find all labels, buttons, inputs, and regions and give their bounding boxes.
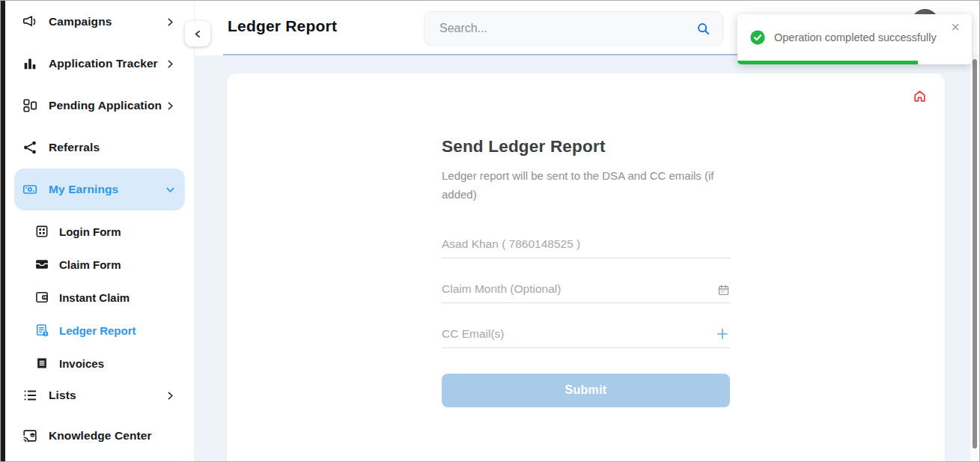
share-icon [22, 139, 38, 156]
claim-month-field [442, 282, 730, 303]
home-icon[interactable] [913, 89, 927, 106]
sidebar-item-lists[interactable]: Lists [14, 380, 185, 411]
cc-emails-input[interactable] [442, 327, 730, 341]
toast-message: Operation completed successfully [774, 31, 937, 43]
sidebar-item-label: Instant Claim [59, 291, 130, 304]
grid-icon [34, 224, 49, 239]
app-window: Campaigns Application Tracker Pending Ap… [0, 0, 980, 462]
send-ledger-report-card: Send Ledger Report Ledger report will be… [227, 73, 945, 462]
bar-chart-icon [22, 55, 38, 72]
chevron-right-icon [165, 16, 176, 28]
sidebar-item-label: Knowledge Center [49, 429, 176, 443]
document-alert-icon [34, 323, 49, 338]
cast-education-icon [22, 428, 38, 444]
claim-month-input[interactable] [442, 282, 730, 296]
sidebar-item-knowledge-center[interactable]: Knowledge Center [14, 416, 185, 456]
main-area: Ledger Report Operation completed succes… [194, 1, 979, 461]
sidebar-item-my-earnings[interactable]: My Earnings [14, 168, 185, 210]
sidebar-item-claim-form[interactable]: Claim Form [14, 248, 185, 281]
check-circle-icon [749, 29, 766, 46]
sidebar-item-label: Pending Application [49, 99, 165, 112]
sidebar-item-label: Invoices [59, 357, 104, 370]
toast-progress-bar [737, 61, 918, 64]
sidebar-item-label: Ledger Report [59, 324, 136, 337]
scrollbar-track[interactable] [970, 56, 979, 461]
inbox-icon [34, 257, 49, 272]
sidebar-item-label: Referrals [49, 141, 176, 154]
search-input[interactable] [424, 22, 696, 35]
chevron-right-icon [165, 58, 176, 70]
megaphone-icon [22, 13, 38, 30]
sidebar-item-label: My Earnings [49, 183, 165, 196]
form-subtitle: Ledger report will be sent to the DSA an… [442, 167, 730, 204]
chevron-down-icon [165, 184, 176, 195]
chevron-right-icon [165, 390, 176, 401]
sidebar-item-referrals[interactable]: Referrals [14, 127, 185, 168]
my-earnings-submenu: Login Form Claim Form Instant Claim Ledg… [5, 215, 194, 380]
chevron-right-icon [165, 100, 176, 112]
sidebar-item-invoices[interactable]: Invoices [14, 347, 185, 380]
sidebar-collapse-button[interactable] [185, 21, 210, 46]
sidebar-item-ledger-report[interactable]: Ledger Report [14, 314, 185, 347]
dsa-field [442, 237, 730, 258]
submit-button[interactable]: Submit [442, 374, 730, 407]
form-title: Send Ledger Report [442, 137, 730, 156]
receipt-icon [34, 356, 49, 371]
success-toast: Operation completed successfully × [737, 14, 972, 64]
sidebar-item-label: Lists [49, 389, 165, 402]
scrollbar-thumb[interactable] [973, 59, 977, 449]
cc-emails-field [442, 327, 730, 348]
dsa-input[interactable] [442, 237, 730, 251]
ledger-report-form: Send Ledger Report Ledger report will be… [442, 137, 730, 407]
sidebar-item-instant-claim[interactable]: Instant Claim [14, 281, 185, 314]
sidebar-item-application-tracker[interactable]: Application Tracker [14, 43, 185, 85]
kanban-icon [22, 97, 38, 114]
sidebar-item-label: Campaigns [49, 15, 165, 28]
list-icon [22, 387, 38, 404]
cash-icon [22, 181, 38, 198]
sidebar-item-label: Claim Form [59, 258, 121, 271]
sidebar-item-pending-application[interactable]: Pending Application [14, 85, 185, 127]
plus-icon[interactable] [715, 326, 730, 341]
page-title: Ledger Report [228, 17, 337, 35]
wallet-icon [34, 290, 49, 305]
sidebar: Campaigns Application Tracker Pending Ap… [5, 1, 194, 461]
sidebar-item-label: Application Tracker [49, 57, 165, 70]
search-icon[interactable] [696, 21, 722, 37]
calendar-icon[interactable] [717, 284, 730, 297]
toast-close-icon[interactable]: × [946, 16, 964, 38]
sidebar-item-campaigns[interactable]: Campaigns [14, 1, 185, 43]
sidebar-item-label: Login Form [59, 225, 121, 238]
search-box [424, 11, 723, 46]
sidebar-item-login-form[interactable]: Login Form [14, 215, 185, 248]
